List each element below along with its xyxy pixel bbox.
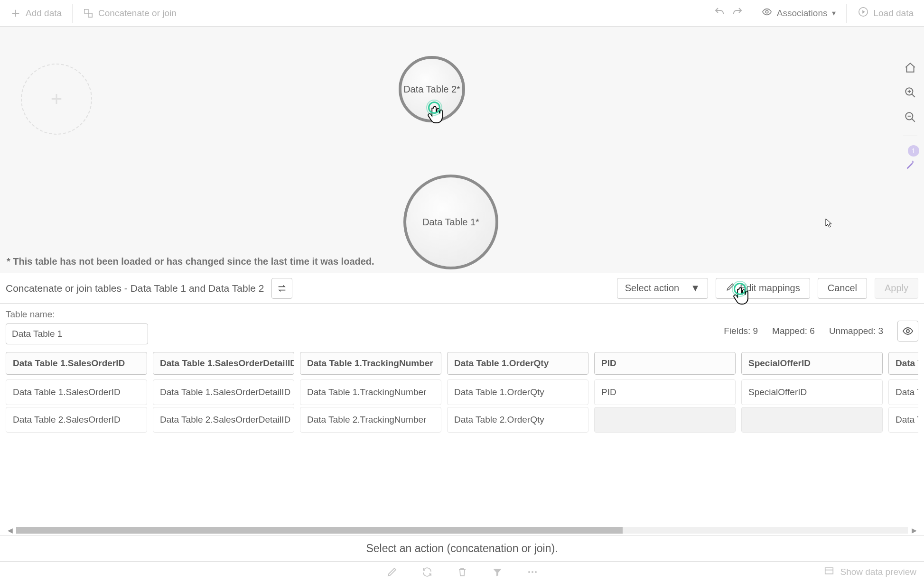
toolbar-separator xyxy=(846,4,847,23)
mapping-cell[interactable]: Data Table 2.TrackingNumber xyxy=(300,407,441,433)
show-data-preview-button[interactable]: Show data preview xyxy=(824,565,916,578)
mapping-cell[interactable]: SpecialOfferID xyxy=(741,379,883,405)
play-icon xyxy=(858,7,868,19)
fields-label: Fields: xyxy=(724,326,750,336)
toolbar-separator xyxy=(72,4,73,23)
svg-point-6 xyxy=(906,330,909,333)
scroll-track[interactable] xyxy=(16,527,908,534)
add-data-label: Add data xyxy=(26,8,62,18)
concat-icon xyxy=(83,8,93,18)
mapping-cell[interactable]: PID xyxy=(594,379,736,405)
scroll-right-arrow[interactable]: ▶ xyxy=(910,527,918,534)
apply-button[interactable]: Apply xyxy=(875,278,918,299)
recommendation-badge: 1 xyxy=(908,145,919,157)
canvas-area[interactable]: + Data Table 2* Data Table 1* * This tab… xyxy=(0,27,924,273)
mapping-grid: Data Table 1.SalesOrderIDData Table 1.Sa… xyxy=(6,352,918,434)
filter-icon[interactable] xyxy=(492,566,503,578)
mapping-cell[interactable]: Data Table 1.TrackingNumber xyxy=(300,379,441,405)
svg-rect-10 xyxy=(825,568,833,574)
mapping-cell[interactable]: Data Table 2.SalesOrderID xyxy=(6,407,147,433)
redo-button[interactable] xyxy=(730,4,745,22)
table-bubble-data-table-2[interactable]: Data Table 2* xyxy=(399,56,465,122)
column-header[interactable]: Data Table 1.TrackingNumber xyxy=(300,352,441,375)
unmapped-count: 3 xyxy=(878,326,883,336)
edit-icon[interactable] xyxy=(386,566,398,578)
scroll-left-arrow[interactable]: ◀ xyxy=(6,527,14,534)
undo-button[interactable] xyxy=(712,4,727,22)
preview-icon xyxy=(824,565,834,578)
undo-icon xyxy=(714,6,725,20)
column-header[interactable]: Data Ta xyxy=(888,352,918,375)
column-header[interactable]: Data Table 1.SalesOrderID xyxy=(6,352,147,375)
select-action-label: Select action xyxy=(625,283,680,294)
refresh-icon[interactable] xyxy=(421,566,433,578)
mapping-area: Table name: Fields: 9 Mapped: 6 Unmapped… xyxy=(0,304,924,536)
table-bubble-label: Data Table 2* xyxy=(403,84,460,95)
toolbar-separator xyxy=(751,4,751,23)
svg-rect-1 xyxy=(88,13,92,17)
add-table-placeholder[interactable]: + xyxy=(21,64,92,135)
action-bar-title: Concatenate or join tables - Data Table … xyxy=(6,283,264,294)
unmapped-label: Unmapped: xyxy=(829,326,876,336)
zoom-out-button[interactable] xyxy=(903,110,917,124)
chevron-down-icon: ▼ xyxy=(691,283,700,294)
mapping-cell[interactable]: Data Table 1.OrderQty xyxy=(447,379,588,405)
mapped-count: 6 xyxy=(810,326,815,336)
table-bubble-label: Data Table 1* xyxy=(422,217,479,228)
delete-icon[interactable] xyxy=(457,566,468,578)
svg-point-2 xyxy=(765,10,768,13)
column-header[interactable]: SpecialOfferID xyxy=(741,352,883,375)
mapping-cell[interactable]: Data Table 2.SalesOrderDetailID xyxy=(153,407,294,433)
mapping-cell[interactable]: Data Ta xyxy=(888,407,918,433)
magic-wand-button[interactable] xyxy=(905,159,915,170)
svg-point-7 xyxy=(528,571,530,573)
swap-tables-button[interactable] xyxy=(271,278,292,299)
more-icon[interactable] xyxy=(527,566,538,578)
load-data-button[interactable]: Load data xyxy=(852,3,919,23)
instruction-text: Select an action (concatenation or join)… xyxy=(0,536,924,562)
add-data-button[interactable]: Add data xyxy=(5,4,67,22)
mapping-stats: Fields: 9 Mapped: 6 Unmapped: 3 xyxy=(724,321,918,342)
table-bubble-data-table-1[interactable]: Data Table 1* xyxy=(403,175,498,269)
svg-point-9 xyxy=(535,571,537,573)
svg-point-8 xyxy=(532,571,533,573)
cancel-button[interactable]: Cancel xyxy=(818,278,867,299)
table-name-input[interactable] xyxy=(6,323,148,344)
pencil-icon xyxy=(726,282,735,294)
associations-dropdown[interactable]: Associations ▾ xyxy=(757,3,841,23)
mapping-cell[interactable]: Data Table 2.OrderQty xyxy=(447,407,588,433)
edit-mappings-label: Edit mappings xyxy=(740,283,800,294)
table-name-label: Table name: xyxy=(6,309,918,320)
canvas-footnote: * This table has not been loaded or has … xyxy=(7,256,374,267)
cancel-label: Cancel xyxy=(828,283,857,294)
fields-count: 9 xyxy=(753,326,758,336)
zoom-in-button[interactable] xyxy=(903,85,917,100)
scroll-thumb[interactable] xyxy=(16,527,623,534)
mapping-cell[interactable]: Data Table 1.SalesOrderID xyxy=(6,379,147,405)
concat-join-label: Concatenate or join xyxy=(98,8,177,18)
horizontal-scrollbar[interactable]: ◀ ▶ xyxy=(6,525,918,536)
select-action-dropdown[interactable]: Select action ▼ xyxy=(617,278,708,299)
concat-join-button[interactable]: Concatenate or join xyxy=(77,4,182,22)
edit-mappings-button[interactable]: Edit mappings xyxy=(716,278,810,299)
right-tools-divider xyxy=(903,136,917,136)
column-header[interactable]: PID xyxy=(594,352,736,375)
apply-label: Apply xyxy=(885,283,908,294)
mapping-cell[interactable]: Data Table 1.SalesOrderDetailID xyxy=(153,379,294,405)
mapped-label: Mapped: xyxy=(772,326,807,336)
column-header[interactable]: Data Table 1.SalesOrderDetailID xyxy=(153,352,294,375)
bottom-toolbar: Show data preview xyxy=(0,562,924,582)
home-button[interactable] xyxy=(903,61,917,75)
canvas-right-tools xyxy=(903,61,917,137)
top-toolbar: Add data Concatenate or join xyxy=(0,0,924,27)
column-header[interactable]: Data Table 1.OrderQty xyxy=(447,352,588,375)
action-bar: Concatenate or join tables - Data Table … xyxy=(0,273,924,304)
mapping-cell[interactable] xyxy=(741,407,883,433)
show-preview-label: Show data preview xyxy=(840,567,916,577)
plus-icon: + xyxy=(51,88,63,111)
cursor-arrow-indicator xyxy=(825,218,832,228)
toggle-preview-button[interactable] xyxy=(897,321,918,342)
mapping-cell[interactable]: Data Ta xyxy=(888,379,918,405)
associations-label: Associations xyxy=(777,8,828,18)
mapping-cell[interactable] xyxy=(594,407,736,433)
